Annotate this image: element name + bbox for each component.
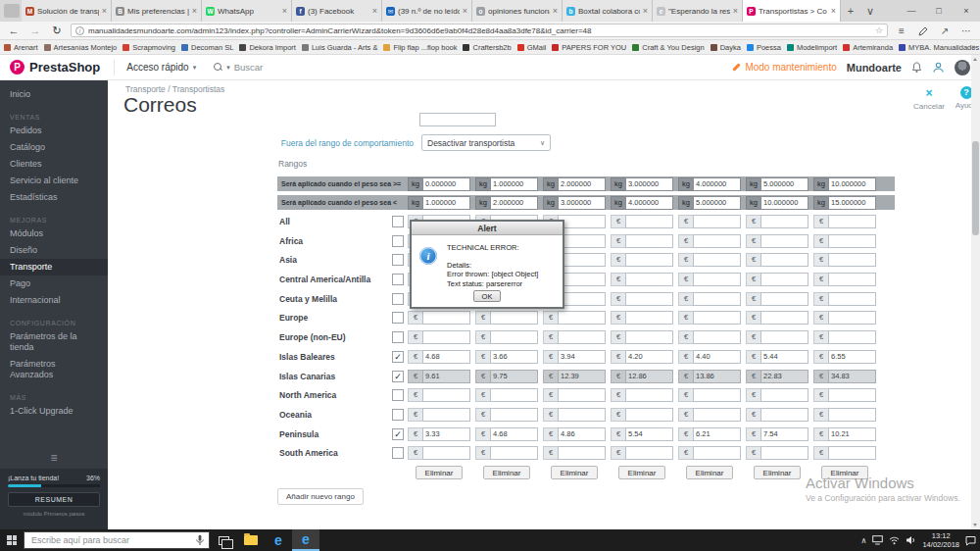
zone-price-input[interactable]: [760, 350, 808, 364]
zone-price-input[interactable]: [490, 446, 538, 460]
range-weight-input[interactable]: [760, 177, 808, 191]
zone-price-input[interactable]: [558, 273, 606, 286]
browser-tab[interactable]: e"Esperando la respuest×: [653, 0, 743, 22]
zone-checkbox[interactable]: [392, 389, 404, 401]
zone-price-input[interactable]: [693, 330, 741, 344]
action-center-icon[interactable]: [965, 535, 976, 546]
sidebar-item-estadísticas[interactable]: Estadísticas: [0, 189, 108, 206]
sidebar-item-servicio-al-cliente[interactable]: Servicio al cliente: [0, 173, 108, 189]
delete-range-button[interactable]: Eliminar: [416, 466, 463, 479]
taskbar-search[interactable]: [24, 531, 210, 549]
zone-checkbox[interactable]: [392, 254, 404, 266]
zone-price-input[interactable]: [558, 427, 606, 441]
zone-price-input[interactable]: [625, 234, 673, 248]
sidebar-item-inicio[interactable]: Inicio: [0, 86, 108, 103]
zone-price-input[interactable]: [828, 330, 876, 344]
add-range-button[interactable]: Añadir nuevo rango: [277, 488, 364, 505]
sidebar-item-parámetros-de-la-tienda[interactable]: Parámetros de la tienda: [0, 328, 108, 356]
zone-price-input[interactable]: [828, 253, 876, 267]
zone-checkbox[interactable]: [392, 216, 404, 227]
zone-price-input[interactable]: [625, 427, 673, 441]
zone-price-input[interactable]: [558, 446, 606, 460]
zone-price-input[interactable]: [625, 388, 673, 402]
bookmark-item[interactable]: Craftersb2b: [463, 43, 511, 52]
microphone-icon[interactable]: [196, 534, 204, 546]
sidebar-item-transporte[interactable]: Transporte: [0, 259, 108, 276]
range-weight-input[interactable]: [558, 196, 606, 210]
close-window-button[interactable]: ×: [953, 0, 980, 22]
bookmark-item[interactable]: Scrapmoving: [122, 43, 175, 52]
bookmark-item[interactable]: Modelimport: [787, 43, 837, 52]
browser-tab[interactable]: oopiniones funcionamier×: [472, 0, 563, 22]
zone-price-input[interactable]: [760, 427, 808, 441]
zone-price-input[interactable]: [625, 350, 673, 364]
bookmark-item[interactable]: Arenart: [4, 43, 38, 52]
tab-close-icon[interactable]: ×: [831, 6, 836, 16]
zone-checkbox[interactable]: ✓: [392, 351, 404, 363]
back-button[interactable]: ←: [6, 25, 22, 36]
zone-price-input[interactable]: [490, 311, 538, 325]
zone-price-input[interactable]: [828, 427, 876, 441]
zone-checkbox[interactable]: ✓: [392, 371, 404, 382]
zone-price-input[interactable]: [490, 330, 538, 344]
zone-price-input[interactable]: [828, 234, 876, 248]
zone-checkbox[interactable]: [392, 293, 404, 305]
browser-tab[interactable]: bBoxtal colabora con Pre×: [563, 0, 653, 22]
zone-price-input[interactable]: [558, 215, 606, 228]
zone-price-input[interactable]: [422, 330, 470, 344]
zone-price-input[interactable]: [625, 408, 673, 422]
more-menu-icon[interactable]: ⋯: [958, 25, 974, 36]
zone-price-input[interactable]: [693, 350, 741, 364]
maximize-button[interactable]: □: [925, 0, 953, 22]
zone-price-input[interactable]: [828, 350, 876, 364]
zone-checkbox[interactable]: ✓: [392, 428, 404, 440]
notifications-bell-icon[interactable]: [911, 62, 922, 74]
zone-price-input[interactable]: [693, 388, 741, 402]
zone-checkbox[interactable]: [392, 447, 404, 459]
zone-price-input[interactable]: [625, 253, 673, 267]
sidebar-item-pedidos[interactable]: Pedidos: [0, 123, 108, 139]
bookmark-item[interactable]: Luis Guarda - Arts &: [302, 43, 378, 52]
zone-price-input[interactable]: [693, 311, 741, 325]
wifi-icon[interactable]: [889, 536, 900, 545]
taskbar-search-input[interactable]: [24, 535, 196, 545]
zone-price-input[interactable]: [625, 215, 673, 228]
bookmark-item[interactable]: Poessa: [747, 43, 781, 52]
range-weight-input[interactable]: [422, 177, 470, 191]
zone-price-input[interactable]: [625, 330, 673, 344]
browser-tab[interactable]: f(3) Facebook×: [292, 0, 382, 22]
zone-price-input[interactable]: [558, 234, 606, 248]
range-weight-input[interactable]: [490, 196, 538, 210]
zone-price-input[interactable]: [828, 273, 876, 286]
zone-price-input[interactable]: [828, 292, 876, 306]
bookmark-item[interactable]: Flip flap ...flop book: [383, 43, 457, 52]
admin-search-input[interactable]: [234, 62, 352, 73]
range-weight-input[interactable]: [828, 196, 876, 210]
start-button[interactable]: [0, 529, 24, 551]
sidebar-collapse-icon[interactable]: ≡: [0, 451, 108, 465]
shop-name[interactable]: Mundoarte: [847, 62, 902, 74]
clipped-form-input[interactable]: [419, 113, 496, 126]
zone-price-input[interactable]: [760, 370, 808, 383]
site-info-icon[interactable]: i: [75, 26, 84, 35]
sidebar-item-parámetros-avanzados[interactable]: Parámetros Avanzados: [0, 356, 108, 383]
bookmark-item[interactable]: Craft & You Design: [632, 43, 704, 52]
tab-close-icon[interactable]: ×: [643, 6, 648, 16]
avatar[interactable]: [955, 60, 970, 75]
scroll-down-icon[interactable]: [971, 521, 980, 529]
task-view-button[interactable]: [210, 529, 237, 551]
zone-checkbox[interactable]: [392, 409, 404, 421]
range-weight-input[interactable]: [693, 196, 741, 210]
web-note-icon[interactable]: [915, 25, 931, 35]
share-icon[interactable]: ↗: [937, 25, 953, 36]
bookmark-item[interactable]: Dekora Import: [239, 43, 296, 52]
zone-price-input[interactable]: [693, 370, 741, 383]
tab-preview-chevron-icon[interactable]: ∨: [860, 0, 880, 22]
tray-chevron-icon[interactable]: ∧: [861, 536, 867, 545]
bookmarks-overflow-icon[interactable]: »: [971, 40, 976, 55]
zone-price-input[interactable]: [760, 273, 808, 286]
zone-price-input[interactable]: [558, 370, 606, 383]
zone-checkbox[interactable]: [392, 312, 404, 324]
bookmark-item[interactable]: Artesanías Montejo: [44, 43, 118, 52]
search-scope-caret-icon[interactable]: ▾: [226, 64, 230, 72]
